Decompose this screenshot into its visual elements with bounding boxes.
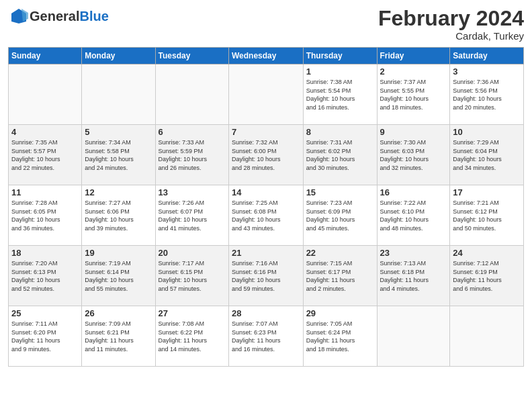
calendar-cell: 29Sunrise: 7:05 AM Sunset: 6:24 PM Dayli… [303,306,377,367]
logo-general-text: General [30,9,79,24]
calendar-cell: 5Sunrise: 7:34 AM Sunset: 5:58 PM Daylig… [82,125,155,185]
calendar-cell: 6Sunrise: 7:33 AM Sunset: 5:59 PM Daylig… [155,125,228,185]
calendar-cell [82,64,155,125]
calendar-cell: 11Sunrise: 7:28 AM Sunset: 6:05 PM Dayli… [9,185,82,246]
calendar-cell: 7Sunrise: 7:32 AM Sunset: 6:00 PM Daylig… [229,125,304,185]
logo-blue-text: Blue [79,9,108,24]
calendar-cell: 24Sunrise: 7:12 AM Sunset: 6:19 PM Dayli… [450,246,524,306]
calendar-cell: 2Sunrise: 7:37 AM Sunset: 5:55 PM Daylig… [377,64,450,125]
calendar-cell: 12Sunrise: 7:27 AM Sunset: 6:06 PM Dayli… [82,185,155,246]
title-block: February 2024 Cardak, Turkey [378,7,524,42]
calendar-cell: 18Sunrise: 7:20 AM Sunset: 6:13 PM Dayli… [9,246,82,306]
weekday-wednesday: Wednesday [229,48,304,64]
day-info: Sunrise: 7:12 AM Sunset: 6:19 PM Dayligh… [453,259,521,293]
day-info: Sunrise: 7:33 AM Sunset: 5:59 PM Dayligh… [159,138,226,172]
day-number: 10 [453,127,521,137]
day-info: Sunrise: 7:21 AM Sunset: 6:12 PM Dayligh… [453,199,521,232]
calendar-subtitle: Cardak, Turkey [378,30,524,42]
calendar-cell: 23Sunrise: 7:13 AM Sunset: 6:18 PM Dayli… [377,246,450,306]
day-number: 6 [159,127,226,137]
day-number: 3 [453,66,521,77]
day-number: 23 [380,248,447,258]
calendar-title: February 2024 [378,7,524,30]
calendar-cell: 27Sunrise: 7:08 AM Sunset: 6:22 PM Dayli… [155,306,228,367]
calendar-cell: 25Sunrise: 7:11 AM Sunset: 6:20 PM Dayli… [9,306,82,367]
day-number: 21 [232,248,300,258]
calendar-cell: 19Sunrise: 7:19 AM Sunset: 6:14 PM Dayli… [82,246,155,306]
calendar-cell: 15Sunrise: 7:23 AM Sunset: 6:09 PM Dayli… [303,185,377,246]
calendar-cell: 9Sunrise: 7:30 AM Sunset: 6:03 PM Daylig… [377,125,450,185]
day-number: 8 [306,127,374,137]
week-row-1: 1Sunrise: 7:38 AM Sunset: 5:54 PM Daylig… [9,64,524,125]
day-info: Sunrise: 7:34 AM Sunset: 5:58 PM Dayligh… [85,138,152,172]
day-number: 11 [11,187,79,197]
calendar-cell: 21Sunrise: 7:16 AM Sunset: 6:16 PM Dayli… [229,246,304,306]
day-number: 25 [11,308,79,318]
day-info: Sunrise: 7:09 AM Sunset: 6:21 PM Dayligh… [85,320,152,353]
calendar-cell: 26Sunrise: 7:09 AM Sunset: 6:21 PM Dayli… [82,306,155,367]
day-info: Sunrise: 7:15 AM Sunset: 6:17 PM Dayligh… [306,259,374,293]
day-info: Sunrise: 7:29 AM Sunset: 6:04 PM Dayligh… [453,138,521,172]
weekday-sunday: Sunday [9,48,82,64]
day-number: 24 [453,248,521,258]
day-number: 27 [159,308,226,318]
day-info: Sunrise: 7:05 AM Sunset: 6:24 PM Dayligh… [306,320,374,353]
day-info: Sunrise: 7:19 AM Sunset: 6:14 PM Dayligh… [85,259,152,293]
day-number: 22 [306,248,374,258]
day-number: 15 [306,187,374,197]
calendar-cell: 20Sunrise: 7:17 AM Sunset: 6:15 PM Dayli… [155,246,228,306]
calendar-cell: 3Sunrise: 7:36 AM Sunset: 5:56 PM Daylig… [450,64,524,125]
day-number: 7 [232,127,300,137]
day-number: 17 [453,187,521,197]
calendar-cell: 16Sunrise: 7:22 AM Sunset: 6:10 PM Dayli… [377,185,450,246]
day-info: Sunrise: 7:27 AM Sunset: 6:06 PM Dayligh… [85,199,152,232]
day-info: Sunrise: 7:38 AM Sunset: 5:54 PM Dayligh… [306,78,374,111]
day-number: 9 [380,127,447,137]
weekday-header-row: SundayMondayTuesdayWednesdayThursdayFrid… [9,48,524,64]
day-info: Sunrise: 7:23 AM Sunset: 6:09 PM Dayligh… [306,199,374,232]
day-info: Sunrise: 7:17 AM Sunset: 6:15 PM Dayligh… [159,259,226,293]
day-info: Sunrise: 7:26 AM Sunset: 6:07 PM Dayligh… [159,199,226,232]
day-number: 2 [380,66,447,77]
day-number: 26 [85,308,152,318]
calendar-table: SundayMondayTuesdayWednesdayThursdayFrid… [8,47,524,367]
calendar-cell: 8Sunrise: 7:31 AM Sunset: 6:02 PM Daylig… [303,125,377,185]
page-header: GeneralBlue February 2024 Cardak, Turkey [8,7,524,42]
day-info: Sunrise: 7:28 AM Sunset: 6:05 PM Dayligh… [11,199,79,232]
calendar-cell [377,306,450,367]
logo-icon [9,7,28,26]
calendar-cell [155,64,228,125]
day-info: Sunrise: 7:31 AM Sunset: 6:02 PM Dayligh… [306,138,374,172]
day-number: 18 [11,248,79,258]
day-info: Sunrise: 7:07 AM Sunset: 6:23 PM Dayligh… [232,320,300,353]
day-number: 28 [232,308,300,318]
day-info: Sunrise: 7:32 AM Sunset: 6:00 PM Dayligh… [232,138,300,172]
day-info: Sunrise: 7:13 AM Sunset: 6:18 PM Dayligh… [380,259,447,293]
week-row-3: 11Sunrise: 7:28 AM Sunset: 6:05 PM Dayli… [9,185,524,246]
day-info: Sunrise: 7:30 AM Sunset: 6:03 PM Dayligh… [380,138,447,172]
day-number: 12 [85,187,152,197]
day-info: Sunrise: 7:08 AM Sunset: 6:22 PM Dayligh… [159,320,226,353]
day-number: 20 [159,248,226,258]
calendar-cell [450,306,524,367]
day-info: Sunrise: 7:25 AM Sunset: 6:08 PM Dayligh… [232,199,300,232]
calendar-cell [229,64,304,125]
weekday-thursday: Thursday [303,48,377,64]
day-info: Sunrise: 7:36 AM Sunset: 5:56 PM Dayligh… [453,78,521,111]
calendar-cell: 4Sunrise: 7:35 AM Sunset: 5:57 PM Daylig… [9,125,82,185]
day-info: Sunrise: 7:11 AM Sunset: 6:20 PM Dayligh… [11,320,79,353]
day-number: 29 [306,308,374,318]
day-number: 5 [85,127,152,137]
day-info: Sunrise: 7:37 AM Sunset: 5:55 PM Dayligh… [380,78,447,111]
calendar-cell [9,64,82,125]
day-info: Sunrise: 7:22 AM Sunset: 6:10 PM Dayligh… [380,199,447,232]
weekday-friday: Friday [377,48,450,64]
calendar-cell: 10Sunrise: 7:29 AM Sunset: 6:04 PM Dayli… [450,125,524,185]
day-number: 16 [380,187,447,197]
logo: GeneralBlue [8,7,109,26]
calendar-cell: 17Sunrise: 7:21 AM Sunset: 6:12 PM Dayli… [450,185,524,246]
day-number: 19 [85,248,152,258]
day-number: 13 [159,187,226,197]
calendar-cell: 22Sunrise: 7:15 AM Sunset: 6:17 PM Dayli… [303,246,377,306]
weekday-tuesday: Tuesday [155,48,228,64]
